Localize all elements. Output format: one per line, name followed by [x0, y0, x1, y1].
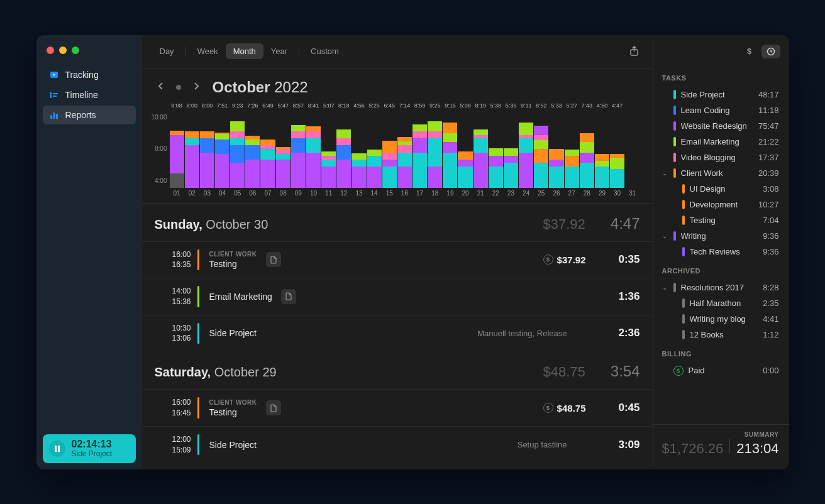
chart-bar-09[interactable]: 8:5709 — [291, 102, 306, 197]
chart-bar-17[interactable]: 8:5917 — [412, 102, 427, 197]
chart-bar-02[interactable]: 8:0002 — [185, 102, 199, 197]
maximize-window-button[interactable] — [72, 47, 79, 54]
task-row-testing[interactable]: Testing7:04 — [662, 212, 779, 228]
task-row-paid[interactable]: $Paid0:00 — [662, 363, 779, 379]
prev-period-button[interactable] — [155, 80, 166, 94]
today-indicator[interactable] — [176, 85, 181, 90]
chart-bar-05[interactable]: 9:2305 — [230, 102, 245, 197]
chart-bar-19[interactable]: 9:1519 — [443, 102, 457, 197]
chevron-down-icon[interactable]: ⌄ — [662, 170, 668, 177]
chart-bar-11[interactable]: 5:0711 — [321, 102, 336, 197]
chart-bar-14[interactable]: 5:2514 — [367, 102, 382, 197]
segment-week[interactable]: Week — [190, 43, 226, 59]
segment-day[interactable]: Day — [152, 43, 182, 59]
note-icon[interactable] — [266, 252, 281, 267]
task-row-learn-coding[interactable]: Learn Coding11:18 — [662, 102, 779, 118]
chart-bar-07[interactable]: 6:4907 — [260, 102, 275, 197]
chevron-down-icon[interactable]: ⌄ — [662, 284, 668, 291]
svg-rect-3 — [53, 93, 58, 94]
task-row-12-books[interactable]: 12 Books1:12 — [662, 327, 779, 342]
entry-category: CLIENT WORK — [209, 251, 257, 258]
task-row-writing-my-blog[interactable]: Writing my blog4:41 — [662, 311, 779, 327]
task-row-client-work[interactable]: ⌄Client Work20:39 — [662, 165, 779, 181]
sidebar-item-tracking[interactable]: Tracking — [43, 65, 136, 84]
time-entry[interactable]: 16:0016:35CLIENT WORKTesting$$37.920:35 — [142, 241, 653, 278]
chart-bar-12[interactable]: 8:1812 — [336, 102, 351, 197]
time-entry[interactable]: 12:0015:09Side ProjectSetup fastline3:09 — [142, 426, 653, 463]
chart-bar-31[interactable]: 31 — [625, 102, 640, 197]
chart-bar-16[interactable]: 7:1416 — [397, 102, 412, 197]
chevron-down-icon[interactable]: ⌄ — [662, 233, 668, 239]
note-icon[interactable] — [281, 289, 296, 304]
chart-bar-27[interactable]: 5:2727 — [565, 102, 579, 197]
task-duration: 20:39 — [758, 168, 779, 178]
entry-times: 12:0015:09 — [155, 434, 191, 456]
currency-toggle[interactable]: $ — [741, 43, 758, 60]
task-name: UI Design — [690, 184, 758, 194]
pause-icon[interactable] — [49, 441, 65, 457]
entry-task: Side Project — [209, 328, 257, 338]
running-timer[interactable]: 02:14:13 Side Project — [43, 434, 136, 463]
task-color-swatch — [673, 121, 676, 131]
segment-custom[interactable]: Custom — [303, 43, 346, 59]
task-row-ui-design[interactable]: UI Design3:08 — [662, 181, 779, 197]
task-color-swatch — [682, 200, 685, 209]
task-row-tech-reviews[interactable]: Tech Reviews9:36 — [662, 244, 779, 260]
chart-bar-04[interactable]: 7:5104 — [215, 102, 230, 197]
task-row-email-marketing[interactable]: Email Marketing21:22 — [662, 134, 779, 150]
chart-bar-30[interactable]: 4:4730 — [610, 102, 624, 197]
task-row-development[interactable]: Development10:27 — [662, 197, 779, 212]
chart-bar-24[interactable]: 9:1124 — [519, 102, 533, 197]
share-icon[interactable] — [626, 43, 643, 60]
task-duration: 11:18 — [758, 106, 779, 115]
timeline-icon — [49, 90, 59, 100]
task-row-side-project[interactable]: Side Project48:17 — [662, 87, 779, 102]
chart-bar-03[interactable]: 8:0003 — [200, 102, 214, 197]
chart-bar-06[interactable]: 7:2606 — [245, 102, 260, 197]
chart-bar-22[interactable]: 5:3822 — [489, 102, 503, 197]
chart-bar-26[interactable]: 5:3326 — [549, 102, 563, 197]
segment-month[interactable]: Month — [226, 43, 263, 59]
currency-badge-icon: $ — [673, 366, 684, 376]
task-name: Side Project — [681, 90, 753, 99]
chart-bar-25[interactable]: 8:5225 — [534, 102, 548, 197]
segment-year[interactable]: Year — [263, 43, 295, 59]
task-row-video-blogging[interactable]: Video Blogging17:37 — [662, 150, 779, 165]
clock-toggle[interactable] — [761, 45, 780, 58]
time-entry[interactable]: 14:0015:36Email Marketing1:36 — [142, 278, 653, 315]
minimize-window-button[interactable] — [59, 47, 67, 54]
close-window-button[interactable] — [47, 47, 54, 54]
chart-bar-13[interactable]: 4:5613 — [352, 102, 366, 197]
task-duration: 3:08 — [763, 184, 778, 194]
entry-color-bar — [197, 397, 199, 419]
task-duration: 0:00 — [763, 366, 778, 375]
entry-note: Manuell testing, Release — [477, 329, 567, 338]
task-name: Resolutions 2017 — [681, 283, 758, 292]
task-name: Video Blogging — [681, 153, 753, 162]
day-duration: 3:54 — [611, 363, 640, 380]
toolbar: DayWeekMonthYearCustom — [142, 35, 653, 68]
time-entry[interactable]: 10:3013:06Side ProjectManuell testing, R… — [142, 315, 653, 352]
task-row-half-marathon[interactable]: Half Marathon2:35 — [662, 295, 779, 311]
sidebar-item-reports[interactable]: Reports — [43, 106, 136, 124]
sidebar-item-label: Reports — [65, 110, 96, 120]
task-row-website-redesign[interactable]: Website Redesign75:47 — [662, 118, 779, 134]
chart-bar-10[interactable]: 8:4110 — [306, 102, 321, 197]
chart-bar-18[interactable]: 9:2518 — [428, 102, 442, 197]
chart-bar-15[interactable]: 6:4515 — [382, 102, 397, 197]
task-row-writing[interactable]: ⌄Writing9:36 — [662, 228, 779, 244]
sidebar-item-timeline[interactable]: Timeline — [43, 85, 136, 104]
chart-bar-20[interactable]: 5:0820 — [458, 102, 472, 197]
time-entry[interactable]: 16:0016:45CLIENT WORKTesting$$48.750:45 — [142, 389, 653, 426]
entry-note: Setup fastline — [518, 440, 567, 449]
chart-bar-01[interactable]: 8:0801 — [170, 102, 184, 197]
chart-bar-29[interactable]: 4:5029 — [595, 102, 609, 197]
chart-bar-08[interactable]: 5:4708 — [276, 102, 291, 197]
task-row-resolutions-2017[interactable]: ⌄Resolutions 20178:28 — [662, 280, 779, 295]
chart-bar-21[interactable]: 8:1921 — [473, 102, 488, 197]
next-period-button[interactable] — [191, 80, 202, 94]
chart-bar-23[interactable]: 5:3523 — [504, 102, 518, 197]
chart-bar-28[interactable]: 7:4328 — [580, 102, 594, 197]
note-icon[interactable] — [266, 400, 281, 415]
task-name: Paid — [689, 366, 758, 375]
